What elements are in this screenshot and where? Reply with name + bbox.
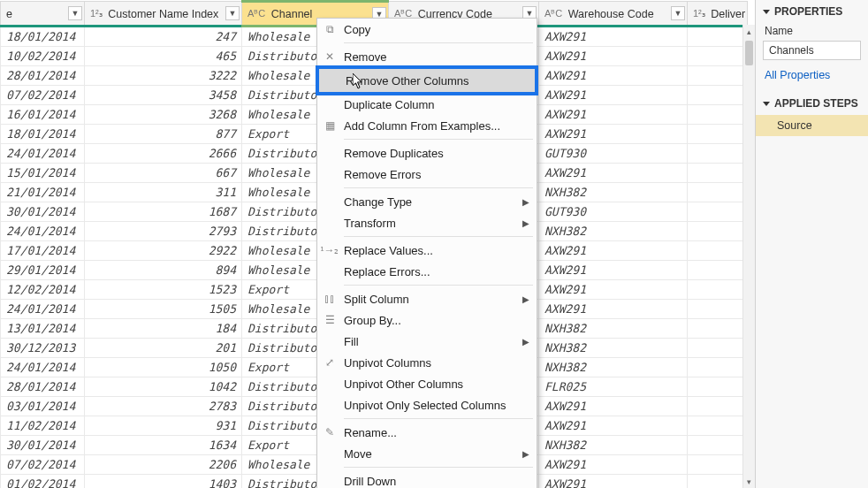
cell-warehouse[interactable]: AXW291 [539, 47, 688, 66]
col-header-date[interactable]: e ▼ [1, 2, 85, 27]
cell-deliver[interactable] [688, 339, 748, 358]
menu-unpivot-columns[interactable]: ⤢ Unpivot Columns [317, 352, 537, 373]
menu-transform[interactable]: Transform ▶ [317, 212, 537, 233]
scroll-thumb[interactable] [745, 41, 753, 65]
cell-deliver[interactable] [688, 47, 748, 66]
cell-date[interactable]: 30/01/2014 [1, 202, 85, 222]
cell-warehouse[interactable]: AXW291 [539, 261, 688, 280]
cell-customer-index[interactable]: 3458 [85, 86, 242, 105]
cell-date[interactable]: 24/01/2014 [1, 222, 85, 241]
cell-customer-index[interactable]: 894 [85, 261, 242, 280]
col-header-warehouse[interactable]: AᴮC Warehouse Code ▼ [539, 2, 688, 27]
cell-warehouse[interactable]: FLR025 [539, 377, 688, 397]
menu-replace-errors[interactable]: Replace Errors... [317, 261, 537, 282]
scroll-up[interactable]: ▴ [743, 25, 755, 38]
cell-deliver[interactable] [688, 300, 748, 319]
cell-deliver[interactable] [688, 475, 748, 489]
cell-date[interactable]: 11/02/2014 [1, 416, 85, 436]
cell-warehouse[interactable]: AXW291 [539, 125, 688, 144]
cell-date[interactable]: 24/01/2014 [1, 144, 85, 164]
col-dropdown[interactable]: ▼ [671, 6, 685, 20]
cell-customer-index[interactable]: 247 [85, 27, 242, 47]
vertical-scrollbar[interactable]: ▴ ▾ [742, 25, 755, 488]
cell-date[interactable]: 07/02/2014 [1, 455, 85, 475]
cell-customer-index[interactable]: 877 [85, 125, 242, 144]
menu-copy[interactable]: ⧉ Copy [317, 19, 537, 40]
menu-change-type[interactable]: Change Type ▶ [317, 191, 537, 212]
cell-date[interactable]: 18/01/2014 [1, 27, 85, 47]
cell-customer-index[interactable]: 1687 [85, 202, 242, 222]
step-source[interactable]: Source [756, 115, 868, 136]
menu-move[interactable]: Move ▶ [317, 443, 537, 464]
cell-customer-index[interactable]: 2666 [85, 144, 242, 164]
cell-date[interactable]: 01/02/2014 [1, 475, 85, 489]
cell-deliver[interactable] [688, 125, 748, 144]
cell-customer-index[interactable]: 3222 [85, 66, 242, 86]
cell-deliver[interactable] [688, 358, 748, 377]
cell-deliver[interactable] [688, 66, 748, 86]
cell-customer-index[interactable]: 2206 [85, 455, 242, 475]
cell-warehouse[interactable]: AXW291 [539, 105, 688, 125]
applied-steps-section[interactable]: APPLIED STEPS [756, 92, 868, 115]
menu-group-by[interactable]: ☰ Group By... [317, 309, 537, 331]
col-header-deliver[interactable]: 1²₃ Deliver [688, 2, 748, 27]
cell-date[interactable]: 30/12/2013 [1, 339, 85, 358]
cell-date[interactable]: 13/01/2014 [1, 319, 85, 339]
cell-date[interactable]: 17/01/2014 [1, 241, 85, 261]
cell-deliver[interactable] [688, 202, 748, 222]
cell-date[interactable]: 28/01/2014 [1, 377, 85, 397]
cell-customer-index[interactable]: 201 [85, 339, 242, 358]
menu-remove-duplicates[interactable]: Remove Duplicates [317, 142, 537, 164]
cell-warehouse[interactable]: AXW291 [539, 416, 688, 436]
cell-date[interactable]: 18/01/2014 [1, 125, 85, 144]
cell-warehouse[interactable]: AXW291 [539, 66, 688, 86]
name-input[interactable]: Channels [763, 41, 861, 60]
cell-warehouse[interactable]: AXW291 [539, 164, 688, 183]
cell-date[interactable]: 10/02/2014 [1, 47, 85, 66]
menu-replace-values[interactable]: ¹→₂ Replace Values... [317, 240, 537, 261]
cell-deliver[interactable] [688, 455, 748, 475]
menu-fill[interactable]: Fill ▶ [317, 331, 537, 352]
cell-warehouse[interactable]: AXW291 [539, 27, 688, 47]
cell-warehouse[interactable]: AXW291 [539, 397, 688, 416]
menu-split-column[interactable]: ⫿⫿ Split Column ▶ [317, 288, 537, 309]
menu-rename[interactable]: ✎ Rename... [317, 422, 537, 443]
cell-warehouse[interactable]: AXW291 [539, 300, 688, 319]
cell-warehouse[interactable]: NXH382 [539, 436, 688, 455]
cell-date[interactable]: 24/01/2014 [1, 300, 85, 319]
cell-deliver[interactable] [688, 27, 748, 47]
cell-deliver[interactable] [688, 86, 748, 105]
col-header-customer-index[interactable]: 1²₃ Customer Name Index ▼ [85, 2, 242, 27]
all-properties-link[interactable]: All Properties [756, 65, 868, 85]
cell-warehouse[interactable]: GUT930 [539, 202, 688, 222]
cell-date[interactable]: 12/02/2014 [1, 280, 85, 300]
cell-customer-index[interactable]: 1634 [85, 436, 242, 455]
cell-deliver[interactable] [688, 261, 748, 280]
cell-deliver[interactable] [688, 377, 748, 397]
cell-deliver[interactable] [688, 222, 748, 241]
cell-deliver[interactable] [688, 280, 748, 300]
cell-deliver[interactable] [688, 397, 748, 416]
cell-date[interactable]: 16/01/2014 [1, 105, 85, 125]
cell-customer-index[interactable]: 1505 [85, 300, 242, 319]
cell-customer-index[interactable]: 1403 [85, 475, 242, 489]
cell-customer-index[interactable]: 1523 [85, 280, 242, 300]
cell-customer-index[interactable]: 931 [85, 416, 242, 436]
cell-warehouse[interactable]: GUT930 [539, 144, 688, 164]
cell-warehouse[interactable]: NXH382 [539, 319, 688, 339]
cell-warehouse[interactable]: AXW291 [539, 475, 688, 489]
cell-warehouse[interactable]: AXW291 [539, 280, 688, 300]
cell-customer-index[interactable]: 2922 [85, 241, 242, 261]
menu-drill-down[interactable]: Drill Down [317, 470, 537, 488]
menu-unpivot-other[interactable]: Unpivot Other Columns [317, 373, 537, 394]
cell-deliver[interactable] [688, 241, 748, 261]
cell-customer-index[interactable]: 2793 [85, 222, 242, 241]
cell-customer-index[interactable]: 184 [85, 319, 242, 339]
scroll-down[interactable]: ▾ [743, 475, 755, 488]
cell-date[interactable]: 30/01/2014 [1, 436, 85, 455]
cell-deliver[interactable] [688, 164, 748, 183]
cell-customer-index[interactable]: 1050 [85, 358, 242, 377]
cell-customer-index[interactable]: 1042 [85, 377, 242, 397]
cell-date[interactable]: 07/02/2014 [1, 86, 85, 105]
cell-warehouse[interactable]: NXH382 [539, 222, 688, 241]
